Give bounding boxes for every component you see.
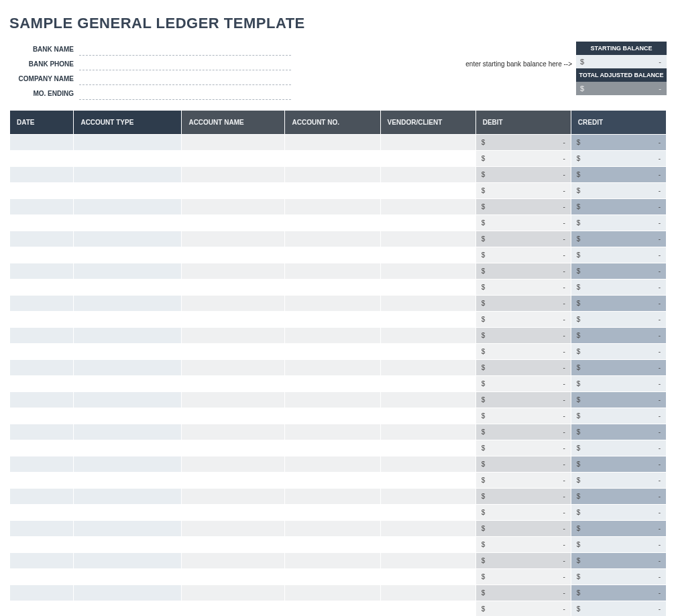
cell-account-type[interactable] (74, 489, 182, 505)
cell-debit[interactable]: $- (475, 408, 571, 424)
cell-debit[interactable]: $- (475, 312, 571, 328)
cell-debit[interactable]: $- (475, 296, 571, 312)
cell-account-type[interactable] (74, 601, 182, 617)
cell-account-name[interactable] (182, 312, 285, 328)
cell-account-no[interactable] (285, 167, 380, 183)
cell-date[interactable] (10, 456, 74, 473)
cell-account-type[interactable] (74, 456, 182, 473)
cell-date[interactable] (10, 424, 74, 440)
cell-debit[interactable]: $- (475, 135, 571, 151)
cell-account-type[interactable] (74, 263, 182, 280)
cell-vendor[interactable] (380, 521, 475, 537)
cell-credit[interactable]: $- (571, 312, 666, 328)
cell-account-type[interactable] (74, 376, 182, 392)
cell-account-name[interactable] (182, 440, 285, 456)
cell-account-name[interactable] (182, 473, 285, 489)
cell-credit[interactable]: $- (571, 135, 666, 151)
cell-account-name[interactable] (182, 263, 285, 280)
bank-name-input[interactable] (79, 42, 291, 56)
cell-account-no[interactable] (285, 456, 380, 473)
cell-debit[interactable]: $- (475, 215, 571, 231)
cell-date[interactable] (10, 601, 74, 617)
cell-account-no[interactable] (285, 408, 380, 424)
cell-account-name[interactable] (182, 199, 285, 215)
cell-credit[interactable]: $- (571, 296, 666, 312)
cell-credit[interactable]: $- (571, 521, 666, 537)
cell-vendor[interactable] (380, 231, 475, 247)
cell-debit[interactable]: $- (475, 553, 571, 569)
cell-vendor[interactable] (380, 601, 475, 617)
cell-account-name[interactable] (182, 392, 285, 408)
cell-account-type[interactable] (74, 521, 182, 537)
cell-credit[interactable]: $- (571, 344, 666, 360)
cell-account-name[interactable] (182, 231, 285, 247)
cell-credit[interactable]: $- (571, 167, 666, 183)
cell-account-type[interactable] (74, 183, 182, 199)
cell-date[interactable] (10, 440, 74, 456)
cell-account-name[interactable] (182, 505, 285, 521)
cell-date[interactable] (10, 199, 74, 215)
cell-account-type[interactable] (74, 296, 182, 312)
cell-debit[interactable]: $- (475, 585, 571, 601)
cell-debit[interactable]: $- (475, 456, 571, 473)
cell-vendor[interactable] (380, 505, 475, 521)
cell-debit[interactable]: $- (475, 231, 571, 247)
cell-date[interactable] (10, 505, 74, 521)
cell-vendor[interactable] (380, 489, 475, 505)
cell-account-type[interactable] (74, 408, 182, 424)
cell-account-no[interactable] (285, 489, 380, 505)
cell-date[interactable] (10, 473, 74, 489)
cell-account-no[interactable] (285, 183, 380, 199)
cell-account-no[interactable] (285, 280, 380, 296)
cell-credit[interactable]: $- (571, 489, 666, 505)
cell-vendor[interactable] (380, 183, 475, 199)
cell-debit[interactable]: $- (475, 247, 571, 263)
cell-date[interactable] (10, 569, 74, 585)
cell-account-name[interactable] (182, 489, 285, 505)
cell-credit[interactable]: $- (571, 537, 666, 553)
cell-vendor[interactable] (380, 247, 475, 263)
cell-credit[interactable]: $- (571, 280, 666, 296)
cell-account-name[interactable] (182, 537, 285, 553)
cell-vendor[interactable] (380, 440, 475, 456)
cell-vendor[interactable] (380, 585, 475, 601)
cell-account-no[interactable] (285, 328, 380, 344)
cell-vendor[interactable] (380, 199, 475, 215)
cell-account-no[interactable] (285, 199, 380, 215)
cell-account-type[interactable] (74, 167, 182, 183)
cell-date[interactable] (10, 392, 74, 408)
cell-date[interactable] (10, 521, 74, 537)
cell-account-type[interactable] (74, 312, 182, 328)
cell-account-name[interactable] (182, 601, 285, 617)
cell-debit[interactable]: $- (475, 505, 571, 521)
cell-account-type[interactable] (74, 199, 182, 215)
cell-vendor[interactable] (380, 424, 475, 440)
cell-vendor[interactable] (380, 167, 475, 183)
cell-account-no[interactable] (285, 521, 380, 537)
cell-date[interactable] (10, 360, 74, 376)
cell-vendor[interactable] (380, 312, 475, 328)
cell-date[interactable] (10, 376, 74, 392)
cell-account-name[interactable] (182, 215, 285, 231)
cell-account-no[interactable] (285, 247, 380, 263)
cell-credit[interactable]: $- (571, 473, 666, 489)
cell-vendor[interactable] (380, 328, 475, 344)
cell-date[interactable] (10, 183, 74, 199)
cell-account-no[interactable] (285, 135, 380, 151)
cell-account-no[interactable] (285, 569, 380, 585)
cell-account-type[interactable] (74, 231, 182, 247)
cell-account-name[interactable] (182, 183, 285, 199)
cell-account-type[interactable] (74, 280, 182, 296)
cell-account-type[interactable] (74, 360, 182, 376)
cell-date[interactable] (10, 167, 74, 183)
company-name-input[interactable] (79, 72, 291, 85)
cell-credit[interactable]: $- (571, 360, 666, 376)
cell-vendor[interactable] (380, 215, 475, 231)
cell-date[interactable] (10, 215, 74, 231)
cell-account-type[interactable] (74, 537, 182, 553)
cell-vendor[interactable] (380, 135, 475, 151)
cell-vendor[interactable] (380, 392, 475, 408)
cell-account-name[interactable] (182, 167, 285, 183)
cell-debit[interactable]: $- (475, 537, 571, 553)
cell-account-no[interactable] (285, 376, 380, 392)
